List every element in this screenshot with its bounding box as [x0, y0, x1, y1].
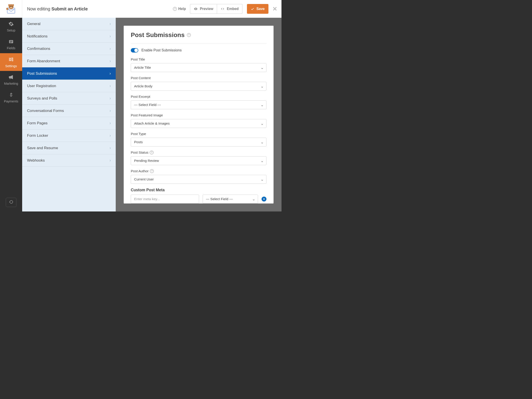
nav-payments[interactable]: Payments	[0, 89, 22, 106]
svg-rect-11	[10, 42, 13, 42]
select-post-excerpt[interactable]: --- Select Field ---⌄	[131, 101, 266, 109]
select-post-title[interactable]: Article Title⌄	[131, 63, 266, 72]
settings-panel: Post Submissions ? Enable Post Submissio…	[124, 26, 273, 203]
save-button[interactable]: Save	[247, 4, 268, 14]
gear-icon	[8, 21, 14, 27]
sliders-icon	[8, 57, 14, 63]
chevron-down-icon: ⌄	[261, 140, 264, 144]
chevron-right-icon: ›	[109, 133, 111, 138]
list-icon	[8, 39, 14, 45]
editing-prefix: Now editing	[27, 6, 51, 11]
custom-post-meta-heading: Custom Post Meta	[131, 188, 266, 192]
topbar: Now editing Submit an Article ? Help Pre…	[22, 0, 282, 18]
history-button[interactable]	[6, 198, 16, 207]
svg-point-4	[12, 4, 14, 6]
settings-item-form-locker[interactable]: Form Locker›	[22, 129, 116, 142]
canvas: Post Submissions ? Enable Post Submissio…	[116, 18, 282, 211]
code-icon	[221, 7, 225, 11]
chevron-right-icon: ›	[109, 146, 111, 150]
chevron-right-icon: ›	[109, 108, 111, 113]
embed-label: Embed	[227, 7, 239, 11]
form-title[interactable]: Submit an Article	[51, 6, 88, 11]
embed-button[interactable]: Embed	[217, 4, 242, 14]
settings-item-confirmations[interactable]: Confirmations›	[22, 43, 116, 55]
nav-marketing[interactable]: Marketing	[0, 71, 22, 89]
help-icon[interactable]: ?	[187, 33, 191, 37]
dollar-icon	[8, 92, 14, 98]
help-label: Help	[178, 7, 186, 11]
toggle-label: Enable Post Submissions	[141, 48, 182, 52]
select-post-status[interactable]: Pending Review⌄	[131, 156, 266, 165]
nav-setup-label: Setup	[7, 29, 15, 32]
chevron-right-icon: ›	[109, 34, 111, 38]
chevron-right-icon: ›	[109, 121, 111, 126]
settings-item-form-abandonment[interactable]: Form Abandonment›	[22, 55, 116, 67]
add-meta-button[interactable]: +	[262, 197, 266, 202]
chevron-down-icon: ⌄	[252, 197, 255, 201]
nav-fields-label: Fields	[7, 46, 16, 50]
svg-point-8	[6, 8, 8, 10]
enable-toggle[interactable]	[131, 48, 138, 52]
settings-item-save-and-resume[interactable]: Save and Resume›	[22, 142, 116, 154]
help-link[interactable]: ? Help	[173, 7, 186, 11]
chevron-down-icon: ⌄	[261, 84, 264, 89]
close-button[interactable]: ✕	[272, 6, 277, 13]
field-post-author: Post Author? Current User⌄	[131, 169, 266, 184]
preview-label: Preview	[200, 7, 213, 11]
toggle-row: Enable Post Submissions	[131, 48, 266, 52]
history-icon	[9, 200, 13, 205]
field-post-status: Post Status? Pending Review⌄	[131, 151, 266, 165]
svg-rect-10	[10, 41, 13, 41]
select-post-author[interactable]: Current User⌄	[131, 175, 266, 184]
settings-menu: General› Notifications› Confirmations› F…	[22, 18, 116, 211]
svg-point-5	[10, 6, 11, 7]
meta-field-select[interactable]: --- Select Field ---⌄	[203, 195, 258, 203]
select-post-type[interactable]: Posts⌄	[131, 138, 266, 146]
chevron-down-icon: ⌄	[261, 103, 264, 107]
custom-meta-row: --- Select Field ---⌄ +	[131, 195, 266, 203]
svg-point-3	[8, 4, 10, 6]
chevron-down-icon: ⌄	[261, 121, 264, 126]
eye-icon	[194, 7, 198, 11]
field-post-type: Post Type Posts⌄	[131, 132, 266, 146]
settings-item-webhooks[interactable]: Webhooks›	[22, 154, 116, 167]
settings-item-post-submissions[interactable]: Post Submissions›	[22, 67, 116, 80]
settings-item-conversational-forms[interactable]: Conversational Forms›	[22, 105, 116, 117]
help-icon: ?	[173, 7, 177, 11]
select-post-featured-image[interactable]: Attach Article & Images⌄	[131, 119, 266, 128]
meta-key-input[interactable]	[131, 195, 199, 203]
select-post-content[interactable]: Article Body⌄	[131, 82, 266, 91]
help-icon[interactable]: ?	[150, 169, 154, 173]
settings-item-user-registration[interactable]: User Registration›	[22, 80, 116, 92]
chevron-right-icon: ›	[109, 96, 111, 101]
nav-settings[interactable]: Settings	[0, 53, 22, 71]
editing-title: Now editing Submit an Article	[27, 6, 173, 12]
panel-title: Post Submissions ?	[131, 32, 266, 38]
nav-setup[interactable]: Setup	[0, 18, 22, 35]
preview-button[interactable]: Preview	[190, 4, 217, 14]
divider	[131, 44, 266, 44]
check-icon	[251, 7, 254, 11]
help-icon[interactable]: ?	[150, 151, 154, 154]
chevron-right-icon: ›	[109, 59, 111, 63]
field-post-excerpt: Post Excerpt --- Select Field ---⌄	[131, 95, 266, 109]
svg-point-6	[12, 6, 13, 7]
nav-settings-label: Settings	[5, 64, 17, 68]
field-post-content: Post Content Article Body⌄	[131, 76, 266, 91]
chevron-down-icon: ⌄	[261, 66, 264, 70]
settings-item-notifications[interactable]: Notifications›	[22, 30, 116, 43]
chevron-right-icon: ›	[109, 71, 111, 76]
nav-fields[interactable]: Fields	[0, 35, 22, 53]
app-logo[interactable]	[0, 0, 22, 18]
header-buttons: Preview Embed Save	[190, 4, 268, 14]
chevron-down-icon: ⌄	[261, 177, 264, 182]
settings-item-surveys-and-polls[interactable]: Surveys and Polls›	[22, 92, 116, 105]
settings-item-form-pages[interactable]: Form Pages›	[22, 117, 116, 129]
settings-item-general[interactable]: General›	[22, 18, 116, 30]
plus-icon: +	[263, 197, 265, 201]
svg-rect-12	[10, 43, 12, 43]
chevron-right-icon: ›	[109, 158, 111, 163]
chevron-right-icon: ›	[109, 83, 111, 88]
chevron-right-icon: ›	[109, 21, 111, 26]
save-label: Save	[256, 7, 265, 11]
